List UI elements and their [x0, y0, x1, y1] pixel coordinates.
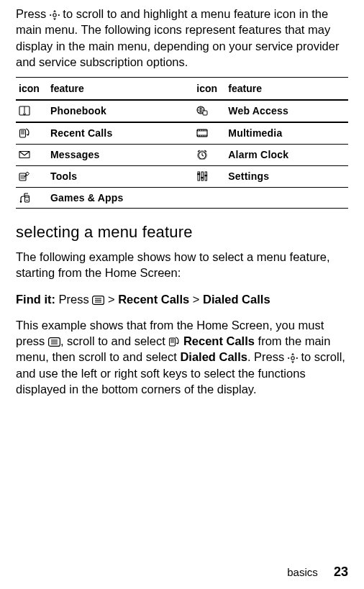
recent-calls-icon [168, 334, 180, 344]
menu-key-icon [92, 296, 104, 305]
feature-label: Multimedia [225, 122, 348, 144]
paragraph: The following example shows how to selec… [16, 249, 348, 281]
find-it-text: Press [59, 293, 93, 306]
text: . Press [247, 350, 288, 363]
gt: > [104, 293, 118, 306]
bold-inline: Recent Calls [180, 334, 255, 347]
find-it-line: Find it: Press > Recent Calls > Dialed C… [16, 291, 348, 307]
paragraph: This example shows that from the Home Sc… [16, 317, 348, 397]
multimedia-icon [196, 128, 222, 138]
phonebook-icon [19, 106, 45, 116]
feature-icon-table: icon feature icon feature Phonebook Web … [16, 77, 348, 209]
nav-key-icon [288, 353, 298, 363]
bold-path: Recent Calls [118, 293, 189, 306]
bold-inline: Dialed Calls [180, 350, 247, 363]
col-feat-1: feature [47, 78, 194, 100]
find-it-label: Find it: [16, 293, 55, 306]
feature-label: Tools [47, 165, 194, 187]
feature-label: Alarm Clock [225, 144, 348, 165]
footer-section: basics [287, 566, 318, 578]
recent-calls-icon [19, 128, 45, 138]
page-footer: basics 23 [287, 563, 348, 580]
gt: > [189, 293, 203, 306]
web-access-icon [196, 106, 222, 116]
feature-label: Messages [47, 144, 194, 165]
intro-paragraph: Press to scroll to and highlight a menu … [16, 6, 348, 70]
messages-icon [19, 150, 45, 160]
page-number: 23 [334, 565, 348, 579]
table-row: Games & Apps [16, 187, 348, 209]
col-icon-2: icon [194, 78, 225, 100]
col-icon-1: icon [16, 78, 47, 100]
text: , scroll to and select [60, 334, 168, 347]
menu-key-icon [48, 337, 60, 347]
games-apps-icon [19, 193, 45, 203]
bold-path: Dialed Calls [203, 293, 270, 306]
tools-icon [19, 171, 45, 181]
table-row: Tools Settings [16, 165, 348, 187]
feature-label: Phonebook [47, 100, 194, 122]
intro-text-2: to scroll to and highlight a menu featur… [16, 7, 339, 68]
settings-icon [196, 171, 222, 181]
table-row: Messages Alarm Clock [16, 144, 348, 165]
feature-label: Web Access [225, 100, 348, 122]
table-row: Phonebook Web Access [16, 100, 348, 122]
intro-text-1: Press [16, 7, 50, 20]
section-heading: selecting a menu feature [16, 222, 348, 243]
alarm-clock-icon [196, 150, 222, 160]
feature-label: Settings [225, 165, 348, 187]
nav-key-icon [50, 10, 60, 20]
feature-label [225, 187, 348, 209]
feature-label: Recent Calls [47, 122, 194, 144]
col-feat-2: feature [225, 78, 348, 100]
table-row: Recent Calls Multimedia [16, 122, 348, 144]
feature-label: Games & Apps [47, 187, 194, 209]
